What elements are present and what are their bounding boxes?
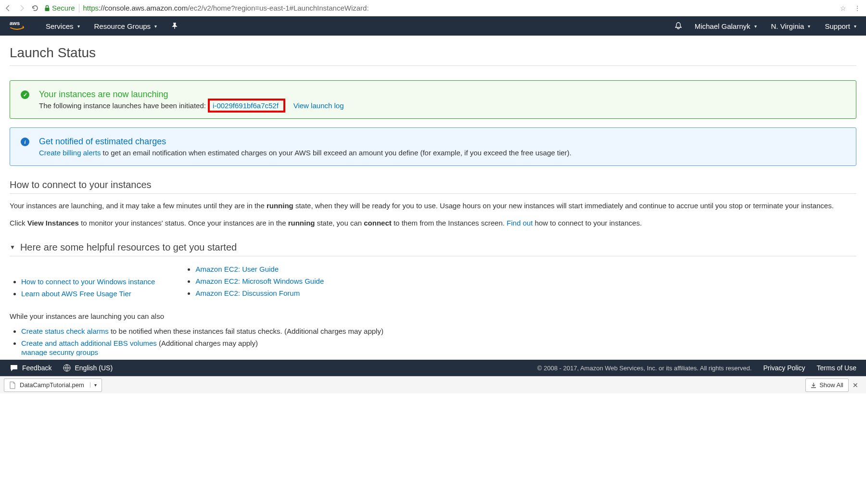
chevron-down-icon: ▾: [754, 24, 757, 29]
chevron-down-icon[interactable]: ▾: [90, 382, 97, 388]
chevron-down-icon: ▾: [77, 24, 80, 29]
main-content: Launch Status ✓ Your instances are now l…: [0, 36, 866, 356]
also-heading: While your instances are launching you c…: [10, 311, 856, 322]
nav-services[interactable]: Services▾: [46, 22, 80, 30]
secure-label: Secure: [52, 4, 75, 12]
back-icon[interactable]: [4, 4, 13, 13]
launch-success-heading: Your instances are now launching: [39, 89, 344, 100]
billing-rest: to get an email notification when estima…: [101, 149, 571, 157]
resource-link[interactable]: How to connect to your Windows instance: [21, 277, 155, 286]
list-item: Create status check alarms to be notifie…: [21, 327, 856, 335]
list-item: How to connect to your Windows instance: [21, 277, 155, 286]
language-selector[interactable]: English (US): [63, 364, 113, 372]
instance-id-highlight: i-0029f691bf6a7c52f: [208, 99, 285, 113]
nav-pin-icon[interactable]: [171, 23, 178, 29]
connect-heading: How to connect to your instances: [10, 179, 856, 194]
list-item: Learn about AWS Free Usage Tier: [21, 290, 155, 298]
instance-id-link[interactable]: i-0029f691bf6a7c52f: [213, 101, 279, 110]
connect-para-2: Click View Instances to monitor your ins…: [10, 218, 856, 228]
launch-success-panel: ✓ Your instances are now launching The f…: [10, 80, 856, 119]
connect-para-1: Your instances are launching, and it may…: [10, 201, 856, 211]
billing-notice-panel: i Get notified of estimated charges Crea…: [10, 127, 856, 166]
ebs-volumes-link[interactable]: Create and attach additional EBS volumes: [21, 339, 157, 347]
aws-footer: Feedback English (US) © 2008 - 2017, Ama…: [0, 360, 866, 376]
nav-resource-groups[interactable]: Resource Groups▾: [94, 22, 157, 30]
forward-icon: [17, 4, 26, 13]
list-item: Amazon EC2: Microsoft Windows Guide: [195, 277, 324, 285]
list-item: Amazon EC2: User Guide: [195, 265, 324, 273]
nav-region[interactable]: N. Virginia▾: [771, 22, 811, 30]
info-circle-icon: i: [21, 138, 29, 146]
download-arrow-icon: [811, 382, 816, 388]
chevron-down-icon: ▾: [854, 24, 856, 29]
nav-user[interactable]: Michael Galarnyk▾: [695, 22, 757, 30]
privacy-policy-link[interactable]: Privacy Policy: [763, 364, 805, 372]
find-out-link[interactable]: Find out: [507, 219, 533, 227]
status-check-alarms-link[interactable]: Create status check alarms: [21, 327, 109, 335]
view-launch-log-link[interactable]: View launch log: [293, 101, 344, 110]
resource-link[interactable]: Learn about AWS Free Usage Tier: [21, 290, 131, 298]
security-groups-link[interactable]: Manage security groups: [21, 351, 98, 356]
secure-badge: Secure: [44, 4, 75, 12]
resources-columns: How to connect to your Windows instance …: [10, 265, 856, 302]
svg-rect-0: [45, 8, 50, 11]
notifications-icon[interactable]: [674, 22, 683, 30]
resource-link[interactable]: Amazon EC2: User Guide: [195, 265, 279, 273]
aws-logo[interactable]: aws: [10, 20, 31, 32]
globe-icon: [63, 364, 71, 372]
terms-of-use-link[interactable]: Terms of Use: [817, 364, 856, 372]
address-bar[interactable]: Secure https://console.aws.amazon.com/ec…: [44, 4, 833, 13]
url-text: https://console.aws.amazon.com/ec2/v2/ho…: [83, 4, 369, 12]
page-title: Launch Status: [10, 45, 856, 66]
create-billing-alerts-link[interactable]: Create billing alerts: [39, 149, 101, 157]
feedback-button[interactable]: Feedback: [10, 364, 51, 372]
aws-top-nav: aws Services▾ Resource Groups▾ Michael G…: [0, 16, 866, 36]
billing-heading: Get notified of estimated charges: [39, 137, 572, 147]
file-icon: [9, 381, 16, 389]
copyright-text: © 2008 - 2017, Amazon Web Services, Inc.…: [537, 365, 752, 372]
chevron-down-icon: ▾: [808, 24, 810, 29]
resources-expander[interactable]: ▼ Here are some helpful resources to get…: [10, 242, 856, 256]
resource-link[interactable]: Amazon EC2: Microsoft Windows Guide: [195, 277, 324, 285]
browser-menu-icon[interactable]: ⋮: [853, 4, 862, 12]
check-circle-icon: ✓: [21, 90, 29, 99]
list-item: Create and attach additional EBS volumes…: [21, 339, 856, 347]
speech-bubble-icon: [10, 364, 18, 372]
download-chip[interactable]: DataCampTutorial.pem ▾: [4, 378, 102, 392]
bookmark-star-icon[interactable]: ☆: [838, 4, 848, 12]
triangle-down-icon: ▼: [10, 244, 15, 251]
reload-icon[interactable]: [31, 4, 39, 13]
list-item: Amazon EC2: Discussion Forum: [195, 289, 324, 297]
separator: [79, 4, 79, 13]
lock-icon: [44, 5, 50, 12]
list-item: Manage security groups: [21, 351, 856, 356]
nav-support[interactable]: Support▾: [825, 22, 856, 30]
chevron-down-icon: ▾: [154, 24, 157, 29]
close-download-bar-icon[interactable]: ✕: [849, 381, 862, 389]
download-bar: DataCampTutorial.pem ▾ Show All ✕: [0, 376, 866, 393]
browser-toolbar: Secure https://console.aws.amazon.com/ec…: [0, 0, 866, 16]
also-list: Create status check alarms to be notifie…: [10, 327, 856, 356]
launch-line-prefix: The following instance launches have bee…: [39, 101, 206, 110]
show-all-downloads-button[interactable]: Show All: [805, 378, 849, 392]
download-filename: DataCampTutorial.pem: [20, 381, 84, 389]
svg-text:aws: aws: [10, 20, 20, 26]
resource-link[interactable]: Amazon EC2: Discussion Forum: [195, 289, 300, 297]
